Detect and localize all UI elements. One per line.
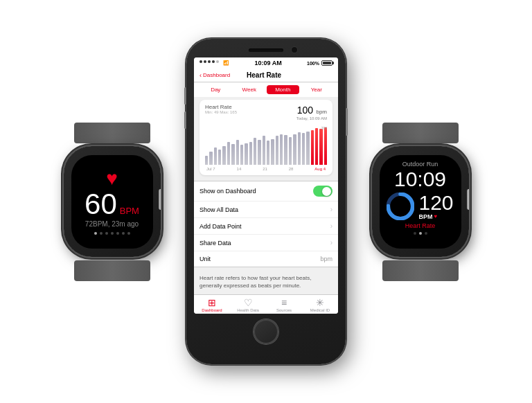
watch-band-bottom	[382, 260, 459, 281]
watch-dot	[105, 232, 108, 235]
chart-main-value: 100	[297, 105, 313, 116]
chart-bar	[267, 141, 269, 165]
dashboard-icon: ⊞	[208, 298, 216, 307]
iphone: 📶 10:09 AM 100% ‹ Dashboard Heart Rate	[186, 39, 346, 364]
chart-xlabel-1: Jul 7	[206, 167, 215, 171]
watch-dot	[425, 232, 427, 235]
chart-bar	[231, 144, 234, 165]
iphone-vol-up[interactable]	[184, 87, 186, 105]
iphone-vol-down[interactable]	[184, 111, 186, 129]
settings-label-add-data: Add Data Point	[200, 223, 242, 230]
chart-bar	[271, 139, 274, 165]
tab-sources[interactable]: ≡ Sources	[266, 298, 302, 312]
settings-row-dashboard[interactable]: Show on Dashboard	[194, 181, 338, 202]
chart-bar	[254, 138, 256, 165]
tab-medical-id[interactable]: ✳ Medical ID	[302, 298, 338, 312]
chevron-left-icon: ‹	[200, 72, 202, 79]
tab-label-sources: Sources	[276, 308, 292, 312]
chart-date: Today, 10:09 AM	[296, 116, 327, 120]
bpm-block: 120 BPM ♥	[418, 192, 453, 220]
segment-control[interactable]: Day Week Month Year	[194, 82, 338, 97]
nav-back-button[interactable]: ‹ Dashboard	[200, 72, 230, 79]
iphone-speaker	[249, 48, 283, 52]
bpm-subtitle: 72BPM, 23m ago	[85, 220, 139, 228]
chevron-right-icon: ›	[330, 206, 332, 213]
chart-bar	[315, 128, 318, 165]
chart-xlabel-2: 14	[237, 167, 242, 171]
battery-percent: 100%	[307, 61, 319, 66]
settings-row-add-data[interactable]: Add Data Point ›	[194, 218, 338, 235]
iphone-side-button[interactable]	[346, 108, 348, 136]
dashboard-toggle[interactable]	[313, 186, 332, 197]
iphone-home-button[interactable]	[254, 319, 278, 344]
tab-dashboard[interactable]: ⊞ Dashboard	[194, 298, 230, 312]
segment-week[interactable]: Week	[233, 85, 266, 94]
settings-label-unit: Unit	[200, 256, 211, 262]
watch-dot	[122, 232, 125, 235]
chart-title-area: Heart Rate Min: 49 Max: 165	[205, 104, 237, 114]
scene: ♥ 60 BPM 72BPM, 23m ago	[0, 0, 532, 403]
chart-xlabel-5: Aug 4	[314, 167, 326, 171]
segment-year[interactable]: Year	[301, 85, 333, 94]
bpm-display: 60 BPM	[85, 190, 139, 219]
iphone-camera	[292, 47, 297, 53]
chart-bar	[205, 156, 208, 165]
segment-day[interactable]: Day	[200, 85, 232, 94]
watch-right: Outdoor Run 10:09 120 BPM ♥	[366, 138, 474, 266]
settings-row-all-data[interactable]: Show All Data ›	[194, 202, 338, 218]
watch-right-screen: Outdoor Run 10:09 120 BPM ♥	[380, 155, 461, 249]
watch-left-screen: ♥ 60 BPM 72BPM, 23m ago	[71, 155, 153, 249]
chart-bar	[214, 147, 217, 165]
ring-svg	[387, 192, 414, 220]
signal-dots: 📶	[200, 60, 229, 66]
chart-bar	[245, 143, 247, 165]
settings-row-unit: Unit bpm	[194, 251, 338, 267]
settings-label-dashboard: Show on Dashboard	[200, 188, 256, 195]
watch-band-bottom	[74, 260, 150, 281]
watch-dot	[94, 232, 97, 235]
watch-dots	[94, 232, 130, 235]
chart-bar	[218, 150, 221, 165]
chart-bar	[289, 137, 292, 165]
chart-bar	[319, 129, 322, 165]
nav-bar: ‹ Dashboard Heart Rate	[194, 69, 338, 82]
chart-bar	[298, 132, 301, 165]
chart-bar	[222, 146, 225, 165]
watch-right-heart-label: Heart Rate	[405, 222, 436, 229]
bpm-number: 60	[85, 190, 117, 219]
heart-icon-small: ♥	[434, 213, 437, 220]
chart-bar	[276, 136, 278, 165]
chart-title: Heart Rate	[205, 104, 237, 110]
watch-dot	[100, 232, 103, 235]
watch-band-top	[382, 123, 459, 143]
watch-right-center: 120 BPM ♥	[384, 192, 457, 220]
chart-subtitle: Min: 49 Max: 165	[205, 110, 237, 114]
activity-ring	[387, 192, 414, 220]
chart-bar	[284, 135, 287, 165]
battery-icon	[321, 60, 332, 66]
chart-main-unit: bpm	[316, 109, 327, 115]
nav-title: Heart Rate	[230, 71, 298, 79]
watch-body-right: Outdoor Run 10:09 120 BPM ♥	[372, 146, 469, 257]
chart-bar	[263, 136, 265, 165]
chart-graph: 200	[205, 123, 327, 165]
chart-value-block: 100 bpm Today, 10:09 AM	[296, 104, 327, 120]
nav-back-label: Dashboard	[203, 72, 230, 78]
chart-y-max: 200	[321, 126, 327, 130]
heart-icon: ♥	[106, 169, 118, 188]
chart-bar	[293, 134, 296, 165]
watch-right-time: 10:09	[394, 169, 446, 190]
watch-dot	[111, 232, 114, 235]
settings-row-share[interactable]: Share Data ›	[194, 235, 338, 251]
watch-dot	[419, 232, 422, 235]
chart-bar	[240, 145, 243, 165]
segment-month[interactable]: Month	[267, 85, 299, 94]
chart-bar	[311, 130, 314, 165]
watch-right-bpm-number: 120	[418, 192, 453, 213]
tab-bar: ⊞ Dashboard ♡ Health Data ≡ Sources ✳ Me…	[194, 294, 338, 314]
status-bar: 📶 10:09 AM 100%	[194, 57, 338, 69]
chart-bar	[249, 142, 252, 165]
battery-fill	[323, 62, 331, 64]
tab-health-data[interactable]: ♡ Health Data	[230, 298, 266, 312]
settings-label-share: Share Data	[200, 240, 231, 247]
